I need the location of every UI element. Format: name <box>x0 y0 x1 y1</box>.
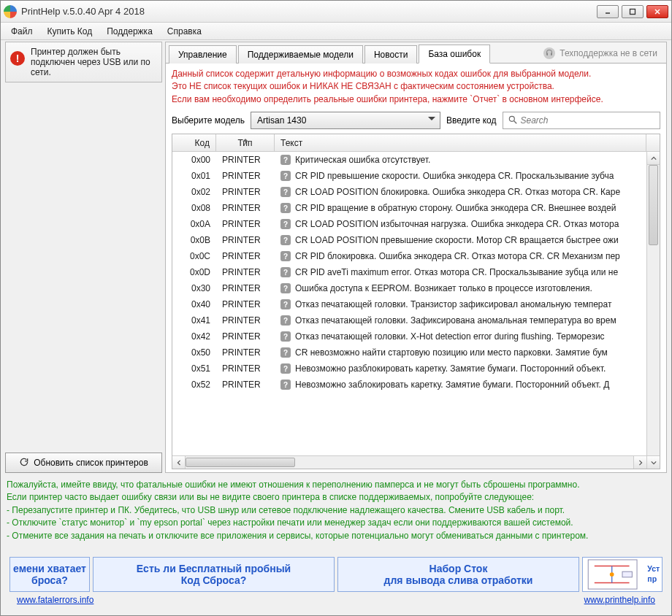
help-text: Пожалуйста, имейте ввиду, что фатальные … <box>5 473 667 544</box>
svg-rect-11 <box>622 571 632 577</box>
help-icon: ? <box>280 315 291 326</box>
help-icon: ? <box>280 363 291 374</box>
vscroll-thumb[interactable] <box>649 165 658 245</box>
model-label: Выберите модель <box>172 115 245 126</box>
help-icon: ? <box>280 171 291 181</box>
cell-text: ?Отказ печатающей головки. X-Hot detecti… <box>275 331 646 342</box>
table-row[interactable]: 0x40PRINTER?Отказ печатающей головки. Тр… <box>172 296 646 312</box>
menu-support[interactable]: Поддержка <box>99 24 160 39</box>
table-row[interactable]: 0x0DPRINTER?CR PID aveTi maximum error. … <box>172 264 646 280</box>
help-icon: ? <box>280 299 291 309</box>
scroll-down-button[interactable] <box>647 455 660 469</box>
tab-control[interactable]: Управление <box>169 45 237 63</box>
menu-file[interactable]: Файл <box>4 24 40 39</box>
table-row[interactable]: 0x30PRINTER?Ошибка доступа к EEPROM. Воз… <box>172 280 646 296</box>
cell-type: PRINTER <box>216 331 275 342</box>
help-line-5: - Отмените все задания на печать и отклю… <box>7 530 665 542</box>
table-row[interactable]: 0x52PRINTER?Невозможно заблокировать кар… <box>172 377 646 393</box>
table-row[interactable]: 0x42PRINTER?Отказ печатающей головки. X-… <box>172 328 646 344</box>
tab-news[interactable]: Новости <box>364 45 417 63</box>
notice-line-2: Это НЕ список текущих ошибок и НИКАК НЕ … <box>172 80 660 93</box>
search-input[interactable] <box>521 115 655 126</box>
menu-buy-code[interactable]: Купить Код <box>40 24 100 39</box>
help-line-3: - Перезапустите принтер и ПК. Убедитесь,… <box>7 504 665 517</box>
table-row[interactable]: 0x0APRINTER?CR LOAD POSITION избыточная … <box>172 216 646 232</box>
banner-2[interactable]: Есть ли Бесплатный пробныйКод Сброса? <box>93 557 335 592</box>
cell-code: 0x51 <box>172 363 216 374</box>
cell-code: 0x42 <box>172 331 216 342</box>
table-row[interactable]: 0x51PRINTER?Невозможно разблокировать ка… <box>172 361 646 377</box>
scroll-right-button[interactable] <box>633 456 646 469</box>
link-printhelp[interactable]: www.printhelp.info <box>584 595 655 605</box>
minimize-button[interactable] <box>597 5 619 18</box>
notice-line-1: Данный список содержит детальную информа… <box>172 68 660 80</box>
cell-type: PRINTER <box>216 283 275 293</box>
scroll-left-button[interactable] <box>172 456 186 469</box>
th-text[interactable]: Текст <box>275 134 646 151</box>
maximize-button[interactable] <box>622 5 644 18</box>
search-icon <box>508 115 518 127</box>
cell-type: PRINTER <box>216 251 275 261</box>
cell-text: ?Невозможно разблокировать каретку. Замя… <box>275 363 646 374</box>
cell-text: ?CR невозможно найти стартовую позицию и… <box>275 347 646 358</box>
link-fatalerrors[interactable]: www.fatalerrors.info <box>17 595 93 605</box>
table-body: 0x00PRINTER?Критическая ошибка отсутству… <box>172 152 646 455</box>
refresh-printers-button[interactable]: Обновить список принтеров <box>5 453 162 473</box>
vertical-scrollbar[interactable] <box>646 152 660 469</box>
hscroll-thumb[interactable] <box>186 458 295 467</box>
table-row[interactable]: 0x0CPRINTER?CR PID блокировка. Ошибка эн… <box>172 248 646 264</box>
tab-supported-models[interactable]: Поддерживаемые модели <box>238 45 363 63</box>
banner-1[interactable]: емени хватаетброса? <box>9 557 90 592</box>
cell-code: 0x0A <box>172 219 216 229</box>
title-bar: PrintHelp v.5.0.40 Apr 4 2018 <box>1 1 671 23</box>
vscroll-track[interactable] <box>647 165 660 455</box>
cell-text: ?CR PID блокировка. Ошибка энкодера CR. … <box>275 251 646 261</box>
support-status[interactable]: Техподдержка не в сети <box>543 47 663 59</box>
error-table: Код Тип Текст 0x00PRINTER?Критическая ош… <box>172 134 660 469</box>
cell-text: ?CR PID aveTi maximum error. Отказ мотор… <box>275 267 646 277</box>
svg-text:пр: пр <box>647 574 657 583</box>
body-area: ! Принтер должен быть подключен через US… <box>1 40 671 615</box>
cell-code: 0x52 <box>172 380 216 390</box>
hscroll-track[interactable] <box>186 456 633 469</box>
table-row[interactable]: 0x02PRINTER?CR LOAD POSITION блокировка.… <box>172 184 646 200</box>
cell-code: 0x0B <box>172 235 216 245</box>
th-code[interactable]: Код <box>172 134 216 151</box>
model-select[interactable]: Artisan 1430 <box>251 112 440 129</box>
banner-4[interactable]: Устро пр <box>582 557 663 592</box>
app-window: PrintHelp v.5.0.40 Apr 4 2018 Файл Купит… <box>0 0 672 616</box>
horizontal-scrollbar[interactable] <box>172 455 646 469</box>
tab-error-db[interactable]: База ошибок <box>419 45 490 63</box>
table-row[interactable]: 0x01PRINTER?CR PID превышение скорости. … <box>172 168 646 184</box>
tabs-row: Управление Поддерживаемые модели Новости… <box>166 42 666 63</box>
cell-code: 0x50 <box>172 347 216 358</box>
table-row[interactable]: 0x50PRINTER?CR невозможно найти стартову… <box>172 344 646 361</box>
search-box[interactable] <box>503 112 660 129</box>
model-row: Выберите модель Artisan 1430 Введите код <box>172 112 660 129</box>
table-row[interactable]: 0x41PRINTER?Отказ печатающей головки. За… <box>172 312 646 328</box>
help-icon: ? <box>280 380 291 390</box>
scroll-up-button[interactable] <box>647 152 660 165</box>
cell-type: PRINTER <box>216 267 275 277</box>
refresh-icon <box>19 457 29 469</box>
cell-text: ?CR LOAD POSITION избыточная нагрузка. О… <box>275 219 646 229</box>
table-row[interactable]: 0x0BPRINTER?CR LOAD POSITION превышение … <box>172 232 646 248</box>
menu-help[interactable]: Справка <box>160 24 209 39</box>
help-line-2: Если принтер часто выдает ошибку связи и… <box>7 491 665 504</box>
help-icon: ? <box>280 219 291 229</box>
notice-line-3: Если вам необходимо определить реальные … <box>172 93 660 106</box>
window-buttons <box>597 5 668 18</box>
tab-content: Данный список содержит детальную информа… <box>166 63 666 472</box>
cell-text: ?Отказ печатающей головки. Транзистор за… <box>275 299 646 309</box>
menu-bar: Файл Купить Код Поддержка Справка <box>1 23 671 40</box>
cell-text: ?CR PID превышение скорости. Ошибка энко… <box>275 171 646 181</box>
help-line-1: Пожалуйста, имейте ввиду, что фатальные … <box>7 479 665 491</box>
th-type[interactable]: Тип <box>216 134 275 151</box>
table-row[interactable]: 0x00PRINTER?Критическая ошибка отсутству… <box>172 152 646 168</box>
banner-3[interactable]: Набор Стокдля вывода слива отработки <box>337 557 579 592</box>
notice-text: Данный список содержит детальную информа… <box>172 68 660 106</box>
svg-rect-1 <box>630 9 635 14</box>
table-row[interactable]: 0x08PRINTER?CR PID вращение в обратную с… <box>172 200 646 216</box>
close-button[interactable] <box>646 5 668 18</box>
upper-area: ! Принтер должен быть подключен через US… <box>5 42 667 473</box>
